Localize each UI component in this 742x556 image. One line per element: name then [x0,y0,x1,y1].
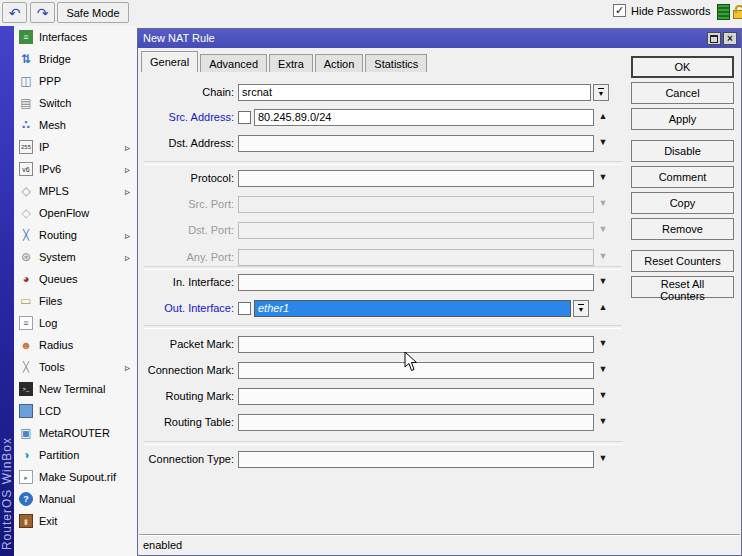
submenu-arrow-icon: ▹ [125,186,130,197]
dst-address-expand-arrow-icon[interactable]: ▼ [596,138,610,147]
src-address-checkbox[interactable] [238,111,251,124]
form-row-dst-address: Dst. Address:▼ [138,135,628,152]
submenu-arrow-icon: ▹ [125,362,130,373]
sidebar-item-label: IP [39,141,49,153]
chain-label: Chain: [138,86,234,98]
src-address-label: Src. Address: [138,111,234,123]
dst-port-expand-arrow-icon[interactable]: ▼ [596,225,610,234]
form-row-in-interface: In. Interface:▼ [138,274,628,291]
tab-action[interactable]: Action [315,54,364,72]
cancel-button[interactable]: Cancel [631,82,734,104]
disable-button[interactable]: Disable [631,140,734,162]
form-row-protocol: Protocol:▼ [138,170,628,187]
protocol-label: Protocol: [138,172,234,184]
tab-advanced[interactable]: Advanced [200,54,267,72]
connection-mark-expand-arrow-icon[interactable]: ▼ [596,365,610,374]
in-interface-field[interactable] [238,274,594,291]
hide-passwords-label: Hide Passwords [631,5,710,17]
protocol-field[interactable] [238,170,594,187]
mpls-icon: ◇ [19,184,33,198]
chain-dropdown-button[interactable]: ▼ [593,84,609,101]
sidebar-item-tools[interactable]: ╳Tools▹ [14,356,137,378]
redo-button[interactable]: ↷ [30,2,55,23]
src-address-collapse-arrow-icon[interactable]: ▲ [596,112,610,121]
brand-vertical-text: RouterOS WinBox [0,437,14,550]
packet-mark-label: Packet Mark: [138,338,234,350]
src-address-value: 80.245.89.0/24 [258,111,331,123]
sidebar-item-system[interactable]: ⊛System▹ [14,246,137,268]
sidebar-item-ip[interactable]: 255IP▹ [14,136,137,158]
hide-passwords-checkbox[interactable]: ✓ [613,4,626,17]
chain-field[interactable]: srcnat [238,84,591,101]
sidebar-item-metarouter[interactable]: ▣MetaROUTER [14,422,137,444]
any-port-expand-arrow-icon[interactable]: ▼ [596,252,610,261]
packet-mark-expand-arrow-icon[interactable]: ▼ [596,339,610,348]
src-port-expand-arrow-icon[interactable]: ▼ [596,199,610,208]
safe-mode-button[interactable]: Safe Mode [57,2,129,23]
sidebar-item-new-terminal[interactable]: >_New Terminal [14,378,137,400]
maximize-button[interactable] [707,32,721,45]
sidebar-item-mesh[interactable]: ∴Mesh [14,114,137,136]
ok-button[interactable]: OK [631,56,734,78]
dst-address-field[interactable] [238,135,594,152]
sidebar-item-exit[interactable]: ▮Exit [14,510,137,532]
sidebar-item-mpls[interactable]: ◇MPLS▹ [14,180,137,202]
comment-button[interactable]: Comment [631,166,734,188]
form-row-chain: Chain:srcnat▼ [138,84,628,101]
form-row-connection-mark: Connection Mark:▼ [138,362,628,379]
sidebar-item-partition[interactable]: ◑Partition [14,444,137,466]
reset-all-counters-button[interactable]: Reset All Counters [631,276,734,298]
routing-table-expand-arrow-icon[interactable]: ▼ [596,417,610,426]
sidebar-item-log[interactable]: ≡Log [14,312,137,334]
sidebar-item-manual[interactable]: ?Manual [14,488,137,510]
routing-mark-field[interactable] [238,388,594,405]
tab-general[interactable]: General [141,51,198,72]
out-interface-field[interactable]: ether1 [254,300,571,317]
tools-icon: ╳ [19,360,33,374]
sidebar-item-label: LCD [39,405,61,417]
new-nat-rule-dialog: New NAT Rule × GeneralAdvancedExtraActio… [137,28,742,556]
sidebar-item-queues[interactable]: ◕Queues [14,268,137,290]
connection-type-field[interactable] [238,451,594,468]
sidebar-item-interfaces[interactable]: ≡Interfaces [14,26,137,48]
files-icon: ▭ [19,294,33,308]
undo-button[interactable]: ↶ [2,2,27,23]
in-interface-expand-arrow-icon[interactable]: ▼ [596,277,610,286]
sidebar-item-switch[interactable]: ▤Switch [14,92,137,114]
sidebar-item-bridge[interactable]: ⇅Bridge [14,48,137,70]
protocol-expand-arrow-icon[interactable]: ▼ [596,173,610,182]
form-row-src-address: Src. Address:80.245.89.0/24▲ [138,109,628,126]
sidebar-item-ppp[interactable]: ◫PPP [14,70,137,92]
copy-button[interactable]: Copy [631,192,734,214]
sidebar: ≡Interfaces⇅Bridge◫PPP▤Switch∴Mesh255IP▹… [14,26,137,556]
connection-type-expand-arrow-icon[interactable]: ▼ [596,454,610,463]
hide-passwords-control: ✓ Hide Passwords [613,4,710,17]
out-interface-collapse-arrow-icon[interactable]: ▲ [596,303,610,312]
sidebar-item-make-supout-rif[interactable]: ▸Make Supout.rif [14,466,137,488]
reset-counters-button[interactable]: Reset Counters [631,250,734,272]
sidebar-item-label: Queues [39,273,78,285]
queues-icon: ◕ [19,272,33,286]
sidebar-item-label: Mesh [39,119,66,131]
out-interface-checkbox[interactable] [238,302,251,315]
remove-button[interactable]: Remove [631,218,734,240]
src-address-field[interactable]: 80.245.89.0/24 [254,109,594,126]
sidebar-item-lcd[interactable]: LCD [14,400,137,422]
tab-statistics[interactable]: Statistics [365,54,427,72]
system-icon: ⊛ [19,250,33,264]
sidebar-item-files[interactable]: ▭Files [14,290,137,312]
sidebar-item-ipv6[interactable]: v6IPv6▹ [14,158,137,180]
sidebar-item-openflow[interactable]: ◇OpenFlow [14,202,137,224]
apply-button[interactable]: Apply [631,108,734,130]
dialog-titlebar[interactable]: New NAT Rule × [138,29,741,48]
close-button[interactable]: × [723,32,737,45]
routing-table-field[interactable] [238,414,594,431]
sidebar-item-routing[interactable]: ╳Routing▹ [14,224,137,246]
connection-type-label: Connection Type: [138,453,234,465]
sidebar-item-radius[interactable]: ☻Radius [14,334,137,356]
out-interface-dropdown-button[interactable]: ▼ [573,300,589,317]
tab-extra[interactable]: Extra [269,54,313,72]
routing-mark-expand-arrow-icon[interactable]: ▼ [596,391,610,400]
chain-value: srcnat [242,86,272,98]
ppp-icon: ◫ [19,74,33,88]
